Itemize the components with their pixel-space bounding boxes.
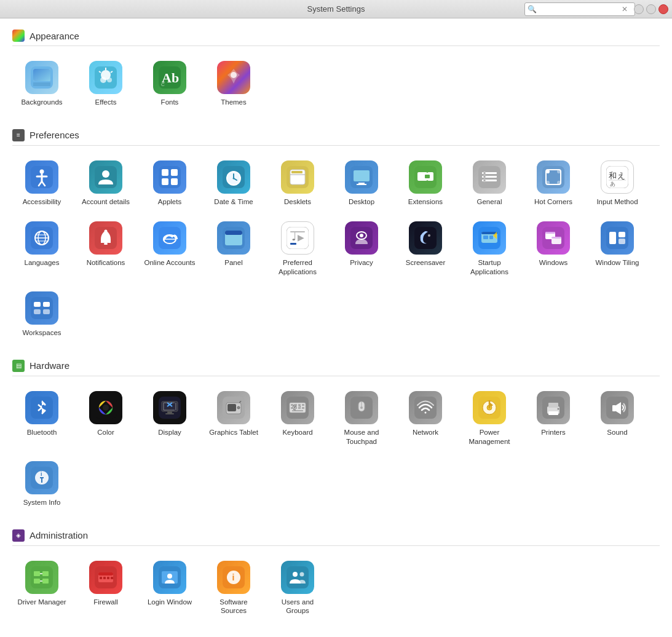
item-color[interactable]: Color (76, 386, 135, 451)
search-clear-icon[interactable]: ✕ (622, 5, 628, 14)
administration-grid: Driver Manager Firewall Login Window i (12, 553, 660, 623)
item-system-info[interactable]: i System Info (12, 456, 71, 512)
svg-rect-177 (103, 577, 106, 579)
svg-rect-138 (298, 404, 301, 406)
network-label: Network (413, 428, 438, 437)
backgrounds-label: Backgrounds (21, 98, 62, 107)
svg-rect-40 (354, 170, 370, 181)
item-accessibility[interactable]: Accessibility (12, 156, 71, 212)
workspaces-label: Workspaces (22, 328, 61, 338)
svg-point-89 (428, 234, 430, 237)
themes-label: Themes (221, 98, 247, 107)
account-icon (89, 160, 122, 194)
item-fonts[interactable]: AbC Fonts (140, 56, 199, 112)
item-backgrounds[interactable]: Backgrounds (12, 56, 71, 112)
item-display[interactable]: Display (140, 386, 199, 451)
window-controls: − ❐ ✕ (634, 4, 668, 14)
item-online-accounts[interactable]: Online Accounts (140, 216, 199, 282)
search-bar: 🔍 ✕ (524, 2, 635, 16)
minimize-button[interactable]: − (634, 4, 644, 14)
item-notifications[interactable]: Notifications (76, 216, 135, 282)
appearance-section-icon (12, 30, 25, 42)
notifications-icon (89, 221, 122, 255)
item-bluetooth[interactable]: Bluetooth (12, 386, 71, 451)
svg-rect-28 (171, 178, 178, 185)
appearance-header: Appearance (12, 25, 660, 46)
item-sound[interactable]: Sound (588, 386, 647, 451)
power-icon (473, 391, 506, 424)
svg-rect-139 (302, 404, 304, 406)
svg-point-57 (557, 170, 561, 173)
item-firewall[interactable]: Firewall (76, 556, 135, 621)
graphicstablet-icon (217, 391, 250, 424)
item-mouse-touchpad[interactable]: Mouse and Touchpad (332, 386, 391, 451)
general-label: General (477, 197, 502, 207)
item-date-time[interactable]: Date & Time (204, 156, 263, 212)
usersgroups-label: Users and Groups (271, 598, 325, 616)
item-preferred-applications[interactable]: ♩▶ Preferred Applications (268, 216, 327, 282)
item-graphics-tablet[interactable]: Graphics Tablet (204, 386, 263, 451)
themes-icon (217, 61, 250, 94)
svg-text:え: え (617, 171, 625, 180)
item-network[interactable]: Network (396, 386, 455, 451)
item-effects[interactable]: Effects (76, 56, 135, 112)
close-button[interactable]: ✕ (658, 4, 668, 14)
item-printers[interactable]: Printers (524, 386, 583, 451)
item-general[interactable]: General (460, 156, 519, 212)
hotcorners-label: Hot Corners (534, 197, 572, 207)
search-input[interactable] (539, 5, 619, 14)
datetime-icon (217, 160, 250, 194)
item-desklets[interactable]: Desklets (268, 156, 327, 212)
item-driver-manager[interactable]: Driver Manager (12, 556, 71, 621)
keyboard-label: Keyboard (282, 428, 312, 437)
item-panel[interactable]: Panel (204, 216, 263, 282)
effects-icon (89, 61, 122, 94)
titlebar: System Settings 🔍 ✕ − ❐ ✕ (0, 0, 672, 18)
item-windows[interactable]: Windows (524, 216, 583, 282)
item-desktop[interactable]: Desktop (332, 156, 391, 212)
item-window-tiling[interactable]: Window Tiling (588, 216, 647, 282)
svg-rect-94 (489, 235, 493, 239)
item-extensions[interactable]: Extensions (396, 156, 455, 212)
item-account-details[interactable]: Account details (76, 156, 135, 212)
item-languages[interactable]: Languages (12, 216, 71, 282)
item-screensaver[interactable]: Screensaver (396, 216, 455, 282)
screensaver-icon (409, 221, 442, 255)
item-login-window[interactable]: Login Window (140, 556, 199, 621)
svg-rect-27 (162, 178, 168, 185)
svg-rect-127 (165, 413, 174, 414)
svg-point-117 (103, 405, 109, 411)
hotcorners-icon (537, 160, 570, 194)
svg-text:和: 和 (609, 171, 617, 180)
restore-button[interactable]: ❐ (646, 4, 656, 14)
item-software-sources[interactable]: i Software Sources (204, 556, 263, 621)
item-workspaces[interactable]: Workspaces (12, 287, 71, 342)
applets-icon (153, 160, 186, 194)
svg-rect-104 (619, 239, 625, 244)
svg-rect-2 (33, 69, 50, 81)
item-users-groups[interactable]: Users and Groups (268, 556, 327, 621)
item-themes[interactable]: Themes (204, 56, 263, 112)
svg-rect-84 (290, 231, 305, 232)
windows-icon (537, 221, 570, 255)
item-input-method[interactable]: 和えあ Input Method (588, 156, 647, 212)
svg-rect-166 (31, 566, 53, 588)
svg-rect-143 (302, 407, 304, 409)
softwaresources-label: Software Sources (207, 598, 261, 616)
svg-rect-98 (545, 232, 555, 234)
datetime-label: Date & Time (214, 197, 253, 207)
item-hot-corners[interactable]: Hot Corners (524, 156, 583, 212)
windowtiling-label: Window Tiling (596, 258, 639, 267)
item-applets[interactable]: Applets (140, 156, 199, 212)
svg-rect-79 (225, 231, 242, 235)
svg-point-59 (557, 181, 561, 184)
item-privacy[interactable]: Privacy (332, 216, 391, 282)
item-startup-applications[interactable]: Startup Applications (460, 216, 519, 282)
svg-point-87 (360, 234, 363, 237)
main-content: Appearance Backgrounds Effects AbC (0, 18, 672, 637)
privacy-label: Privacy (350, 258, 373, 267)
item-keyboard[interactable]: @2 Keyboard (268, 386, 327, 451)
svg-point-182 (167, 574, 172, 579)
item-power-management[interactable]: Power Management (460, 386, 519, 451)
hardware-grid: Bluetooth Color Display Gr (12, 384, 660, 515)
